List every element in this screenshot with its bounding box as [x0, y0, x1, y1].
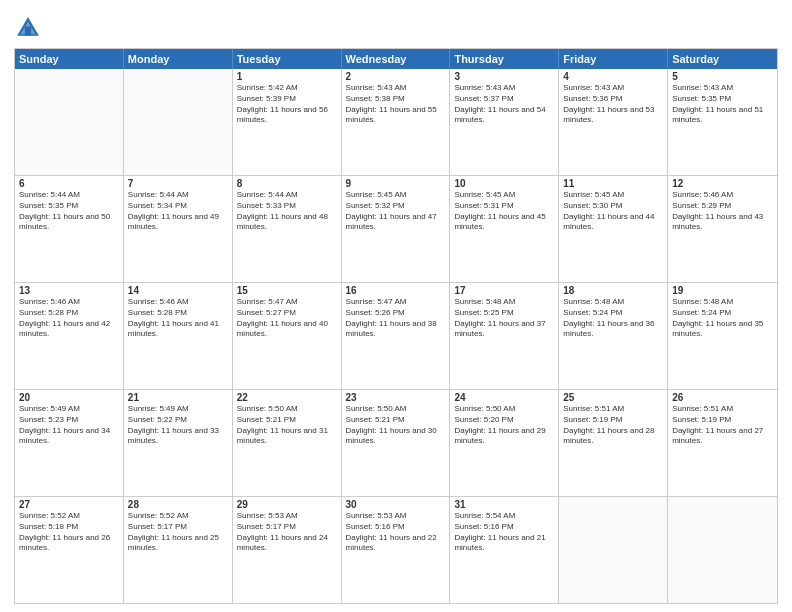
- calendar-day-18: 18Sunrise: 5:48 AM Sunset: 5:24 PM Dayli…: [559, 283, 668, 389]
- logo-icon: [14, 14, 42, 42]
- day-number: 17: [454, 285, 554, 296]
- day-number: 10: [454, 178, 554, 189]
- day-info: Sunrise: 5:46 AM Sunset: 5:28 PM Dayligh…: [128, 297, 228, 340]
- day-info: Sunrise: 5:48 AM Sunset: 5:24 PM Dayligh…: [563, 297, 663, 340]
- day-info: Sunrise: 5:45 AM Sunset: 5:31 PM Dayligh…: [454, 190, 554, 233]
- calendar-header: SundayMondayTuesdayWednesdayThursdayFrid…: [15, 49, 777, 69]
- calendar-day-27: 27Sunrise: 5:52 AM Sunset: 5:18 PM Dayli…: [15, 497, 124, 603]
- day-number: 14: [128, 285, 228, 296]
- calendar-row-3: 13Sunrise: 5:46 AM Sunset: 5:28 PM Dayli…: [15, 283, 777, 390]
- calendar-day-24: 24Sunrise: 5:50 AM Sunset: 5:20 PM Dayli…: [450, 390, 559, 496]
- calendar-row-1: 1Sunrise: 5:42 AM Sunset: 5:39 PM Daylig…: [15, 69, 777, 176]
- day-info: Sunrise: 5:53 AM Sunset: 5:16 PM Dayligh…: [346, 511, 446, 554]
- calendar-day-12: 12Sunrise: 5:46 AM Sunset: 5:29 PM Dayli…: [668, 176, 777, 282]
- day-number: 26: [672, 392, 773, 403]
- calendar-day-17: 17Sunrise: 5:48 AM Sunset: 5:25 PM Dayli…: [450, 283, 559, 389]
- day-number: 12: [672, 178, 773, 189]
- calendar-day-25: 25Sunrise: 5:51 AM Sunset: 5:19 PM Dayli…: [559, 390, 668, 496]
- day-info: Sunrise: 5:54 AM Sunset: 5:16 PM Dayligh…: [454, 511, 554, 554]
- calendar-day-10: 10Sunrise: 5:45 AM Sunset: 5:31 PM Dayli…: [450, 176, 559, 282]
- calendar-day-13: 13Sunrise: 5:46 AM Sunset: 5:28 PM Dayli…: [15, 283, 124, 389]
- day-number: 11: [563, 178, 663, 189]
- day-info: Sunrise: 5:43 AM Sunset: 5:38 PM Dayligh…: [346, 83, 446, 126]
- day-info: Sunrise: 5:47 AM Sunset: 5:27 PM Dayligh…: [237, 297, 337, 340]
- day-number: 6: [19, 178, 119, 189]
- calendar-body: 1Sunrise: 5:42 AM Sunset: 5:39 PM Daylig…: [15, 69, 777, 603]
- day-info: Sunrise: 5:51 AM Sunset: 5:19 PM Dayligh…: [672, 404, 773, 447]
- day-info: Sunrise: 5:44 AM Sunset: 5:33 PM Dayligh…: [237, 190, 337, 233]
- day-number: 16: [346, 285, 446, 296]
- weekday-header-monday: Monday: [124, 49, 233, 69]
- day-info: Sunrise: 5:43 AM Sunset: 5:36 PM Dayligh…: [563, 83, 663, 126]
- calendar: SundayMondayTuesdayWednesdayThursdayFrid…: [14, 48, 778, 604]
- day-number: 24: [454, 392, 554, 403]
- day-info: Sunrise: 5:53 AM Sunset: 5:17 PM Dayligh…: [237, 511, 337, 554]
- calendar-cell-empty: [124, 69, 233, 175]
- day-info: Sunrise: 5:50 AM Sunset: 5:20 PM Dayligh…: [454, 404, 554, 447]
- day-info: Sunrise: 5:50 AM Sunset: 5:21 PM Dayligh…: [237, 404, 337, 447]
- calendar-day-14: 14Sunrise: 5:46 AM Sunset: 5:28 PM Dayli…: [124, 283, 233, 389]
- weekday-header-wednesday: Wednesday: [342, 49, 451, 69]
- day-number: 2: [346, 71, 446, 82]
- header: [14, 10, 778, 42]
- day-number: 25: [563, 392, 663, 403]
- day-info: Sunrise: 5:44 AM Sunset: 5:35 PM Dayligh…: [19, 190, 119, 233]
- weekday-header-sunday: Sunday: [15, 49, 124, 69]
- day-info: Sunrise: 5:42 AM Sunset: 5:39 PM Dayligh…: [237, 83, 337, 126]
- day-info: Sunrise: 5:45 AM Sunset: 5:30 PM Dayligh…: [563, 190, 663, 233]
- day-number: 22: [237, 392, 337, 403]
- day-number: 21: [128, 392, 228, 403]
- day-info: Sunrise: 5:43 AM Sunset: 5:35 PM Dayligh…: [672, 83, 773, 126]
- svg-rect-2: [25, 26, 31, 35]
- weekday-header-friday: Friday: [559, 49, 668, 69]
- weekday-header-tuesday: Tuesday: [233, 49, 342, 69]
- day-info: Sunrise: 5:44 AM Sunset: 5:34 PM Dayligh…: [128, 190, 228, 233]
- day-number: 5: [672, 71, 773, 82]
- weekday-header-saturday: Saturday: [668, 49, 777, 69]
- day-info: Sunrise: 5:52 AM Sunset: 5:17 PM Dayligh…: [128, 511, 228, 554]
- day-number: 20: [19, 392, 119, 403]
- calendar-day-22: 22Sunrise: 5:50 AM Sunset: 5:21 PM Dayli…: [233, 390, 342, 496]
- calendar-day-29: 29Sunrise: 5:53 AM Sunset: 5:17 PM Dayli…: [233, 497, 342, 603]
- calendar-day-2: 2Sunrise: 5:43 AM Sunset: 5:38 PM Daylig…: [342, 69, 451, 175]
- day-info: Sunrise: 5:45 AM Sunset: 5:32 PM Dayligh…: [346, 190, 446, 233]
- day-info: Sunrise: 5:50 AM Sunset: 5:21 PM Dayligh…: [346, 404, 446, 447]
- day-info: Sunrise: 5:49 AM Sunset: 5:22 PM Dayligh…: [128, 404, 228, 447]
- day-number: 29: [237, 499, 337, 510]
- day-number: 18: [563, 285, 663, 296]
- day-info: Sunrise: 5:46 AM Sunset: 5:28 PM Dayligh…: [19, 297, 119, 340]
- day-number: 13: [19, 285, 119, 296]
- day-info: Sunrise: 5:48 AM Sunset: 5:24 PM Dayligh…: [672, 297, 773, 340]
- day-number: 3: [454, 71, 554, 82]
- calendar-day-9: 9Sunrise: 5:45 AM Sunset: 5:32 PM Daylig…: [342, 176, 451, 282]
- day-number: 4: [563, 71, 663, 82]
- day-number: 31: [454, 499, 554, 510]
- day-number: 27: [19, 499, 119, 510]
- calendar-cell-empty: [668, 497, 777, 603]
- page: SundayMondayTuesdayWednesdayThursdayFrid…: [0, 0, 792, 612]
- day-number: 8: [237, 178, 337, 189]
- calendar-day-6: 6Sunrise: 5:44 AM Sunset: 5:35 PM Daylig…: [15, 176, 124, 282]
- day-info: Sunrise: 5:48 AM Sunset: 5:25 PM Dayligh…: [454, 297, 554, 340]
- calendar-cell-empty: [559, 497, 668, 603]
- calendar-day-26: 26Sunrise: 5:51 AM Sunset: 5:19 PM Dayli…: [668, 390, 777, 496]
- calendar-day-16: 16Sunrise: 5:47 AM Sunset: 5:26 PM Dayli…: [342, 283, 451, 389]
- day-number: 30: [346, 499, 446, 510]
- calendar-row-2: 6Sunrise: 5:44 AM Sunset: 5:35 PM Daylig…: [15, 176, 777, 283]
- calendar-cell-empty: [15, 69, 124, 175]
- day-number: 15: [237, 285, 337, 296]
- day-info: Sunrise: 5:52 AM Sunset: 5:18 PM Dayligh…: [19, 511, 119, 554]
- calendar-row-4: 20Sunrise: 5:49 AM Sunset: 5:23 PM Dayli…: [15, 390, 777, 497]
- day-number: 23: [346, 392, 446, 403]
- weekday-header-thursday: Thursday: [450, 49, 559, 69]
- day-info: Sunrise: 5:46 AM Sunset: 5:29 PM Dayligh…: [672, 190, 773, 233]
- calendar-day-19: 19Sunrise: 5:48 AM Sunset: 5:24 PM Dayli…: [668, 283, 777, 389]
- calendar-day-4: 4Sunrise: 5:43 AM Sunset: 5:36 PM Daylig…: [559, 69, 668, 175]
- calendar-day-7: 7Sunrise: 5:44 AM Sunset: 5:34 PM Daylig…: [124, 176, 233, 282]
- day-info: Sunrise: 5:43 AM Sunset: 5:37 PM Dayligh…: [454, 83, 554, 126]
- calendar-day-31: 31Sunrise: 5:54 AM Sunset: 5:16 PM Dayli…: [450, 497, 559, 603]
- calendar-day-3: 3Sunrise: 5:43 AM Sunset: 5:37 PM Daylig…: [450, 69, 559, 175]
- calendar-day-8: 8Sunrise: 5:44 AM Sunset: 5:33 PM Daylig…: [233, 176, 342, 282]
- day-info: Sunrise: 5:49 AM Sunset: 5:23 PM Dayligh…: [19, 404, 119, 447]
- calendar-row-5: 27Sunrise: 5:52 AM Sunset: 5:18 PM Dayli…: [15, 497, 777, 603]
